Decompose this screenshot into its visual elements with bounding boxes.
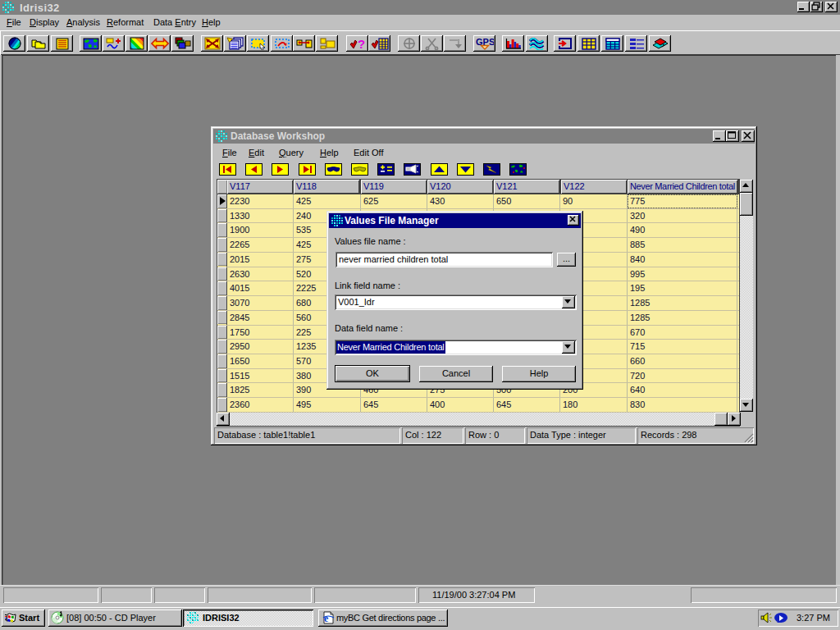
svg-text:?: ? bbox=[358, 37, 365, 50]
svg-text:e: e bbox=[324, 613, 329, 624]
